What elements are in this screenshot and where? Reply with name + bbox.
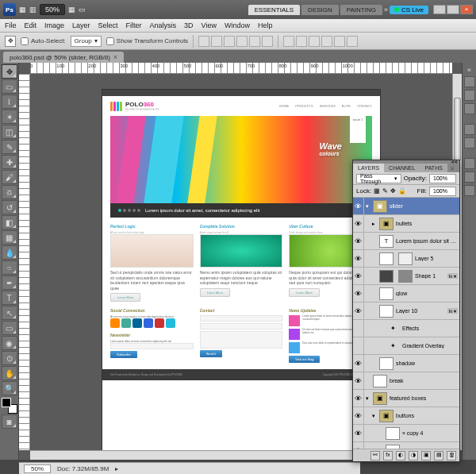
visibility-icon[interactable]: 👁 [353,407,364,424]
visibility-icon[interactable]: 👁 [353,442,364,449]
move-tool[interactable]: ✥ [2,64,17,79]
layer-name[interactable]: Shape 1 [415,273,447,279]
view-extras-icon[interactable]: ▥ [29,6,36,13]
visibility-icon[interactable]: 👁 [353,355,364,372]
visibility-icon[interactable]: 👁 [353,250,364,267]
stamp-tool[interactable]: ⛭ [2,185,17,199]
tab-paths[interactable]: PATHS [420,164,447,172]
paths-panel-icon[interactable] [464,185,475,196]
layer-row[interactable]: 👁glow [353,285,459,303]
layer-name[interactable]: buttons [396,413,459,418]
document-tab[interactable]: polo360.psd @ 50% (slider, RGB/8)× [3,52,124,63]
menu-edit[interactable]: Edit [25,21,37,29]
layer-row[interactable]: ✦Gradient Overlay [353,337,459,355]
mini-bridge-icon[interactable]: ▦ [19,6,26,13]
align-icons[interactable] [198,36,273,47]
link-layers-icon[interactable]: ⚯ [370,451,380,461]
minimize-button[interactable]: – [433,5,446,14]
eraser-tool[interactable]: ◧ [2,215,17,229]
layer-row[interactable]: 👁» copy 4 [353,425,459,442]
layer-name[interactable]: » copy 4 [402,430,459,436]
disclosure-icon[interactable]: ▾ [364,395,370,402]
expand-dock-icon[interactable]: « [467,66,471,74]
menu-file[interactable]: File [5,21,17,29]
layer-style-icon[interactable]: fx [383,451,393,461]
zoom-tool[interactable]: 🔍 [2,381,17,395]
tab-layers[interactable]: LAYERS [353,164,384,172]
visibility-icon[interactable]: 👁 [353,390,364,407]
visibility-icon[interactable]: 👁 [353,285,364,302]
disclosure-icon[interactable]: ▾ [370,413,377,419]
color-panel-icon[interactable] [464,76,475,87]
color-swatches[interactable] [2,398,17,414]
lock-all-icon[interactable]: 🔒 [398,187,406,195]
arrange-icon[interactable]: ▦ [68,6,75,13]
layer-name[interactable]: Layer 10 [396,308,447,314]
blend-mode-select[interactable]: Pass Through ▾ [356,174,401,183]
distribute-icons[interactable] [283,36,358,47]
layer-row[interactable]: 👁shadow [353,355,459,372]
visibility-icon[interactable]: 👁 [353,215,364,232]
menu-select[interactable]: Select [98,21,118,29]
camera-tool[interactable]: ⊙ [2,351,17,365]
more-workspaces-icon[interactable]: » [384,6,388,13]
type-tool[interactable]: T [2,291,17,305]
fx-badge[interactable]: fx ▾ [447,308,458,314]
menu-help[interactable]: Help [258,21,273,29]
layer-row[interactable]: 👁▸▣bullets [353,215,459,233]
visibility-icon[interactable]: 👁 [353,303,364,319]
marquee-tool[interactable]: ▭ [2,79,17,94]
tab-channels[interactable]: CHANNEL [384,164,420,172]
status-arrow-icon[interactable]: ▸ [115,465,118,472]
history-brush-tool[interactable]: ↺ [2,200,17,214]
new-layer-icon[interactable]: ▤ [434,451,443,461]
blur-tool[interactable]: 💧 [2,245,17,260]
status-docsize[interactable]: Doc: 7.32M/85.9M [57,465,109,472]
layer-row[interactable]: 👁▾▣buttons [353,407,459,425]
crop-tool[interactable]: ◫ [2,125,17,139]
layer-row[interactable]: 👁TLearn More [353,442,459,449]
masks-panel-icon[interactable] [464,137,475,148]
workspace-tab-painting[interactable]: PAINTING [340,5,382,15]
layer-name[interactable]: Learn More [402,448,459,449]
auto-select-type[interactable]: Group ▾ [71,36,102,47]
shape-tool[interactable]: ▭ [2,321,17,335]
layer-name[interactable]: Gradient Overlay [402,343,459,349]
delete-layer-icon[interactable]: 🗑 [447,451,456,461]
disclosure-icon[interactable]: ▸ [370,221,377,227]
visibility-icon[interactable]: 👁 [353,268,364,284]
gradient-tool[interactable]: ▦ [2,230,17,245]
fill-input[interactable]: 100% [429,187,456,196]
eyedropper-tool[interactable]: ✎ [2,140,17,154]
maximize-button[interactable]: □ [447,5,459,14]
zoom-display[interactable]: 50% [40,4,65,15]
visibility-icon[interactable] [353,337,364,354]
show-transform-checkbox[interactable]: Show Transform Controls [106,37,188,45]
layer-row[interactable]: ✦Effects [353,320,459,337]
channels-panel-icon[interactable] [464,171,475,183]
layer-name[interactable]: Lorem ipsum dolor sit … [396,238,459,244]
layer-row[interactable]: 👁Shape 1fx ▾ [353,268,459,285]
visibility-icon[interactable]: 👁 [353,198,364,214]
layer-name[interactable]: Effects [402,326,459,331]
new-fill-icon[interactable]: ◑ [409,451,418,461]
layer-name[interactable]: slider [390,203,459,209]
opacity-input[interactable]: 100% [429,174,456,183]
menu-image[interactable]: Image [44,21,64,29]
close-button[interactable]: × [460,5,473,14]
layer-list[interactable]: 👁▾▣slider👁▸▣bullets👁TLorem ipsum dolor s… [353,198,459,449]
auto-select-checkbox[interactable]: Auto-Select: [21,37,66,45]
layer-row[interactable]: 👁Layer 5 [353,250,459,268]
screen-mode-icon[interactable]: ▭ [79,6,86,13]
layer-name[interactable]: bullets [396,221,459,226]
lock-transparent-icon[interactable]: ▦ [374,187,380,195]
disclosure-icon[interactable]: ▾ [364,203,370,210]
menu-window[interactable]: Window [225,21,250,29]
layer-name[interactable]: featured boxes [390,395,459,401]
dodge-tool[interactable]: ○ [2,260,17,275]
new-group-icon[interactable]: ▣ [421,451,431,461]
3d-tool[interactable]: ◉ [2,336,17,350]
visibility-icon[interactable]: 👁 [353,372,364,389]
menu-layer[interactable]: Layer [72,21,90,29]
status-zoom[interactable]: 50% [24,464,51,473]
